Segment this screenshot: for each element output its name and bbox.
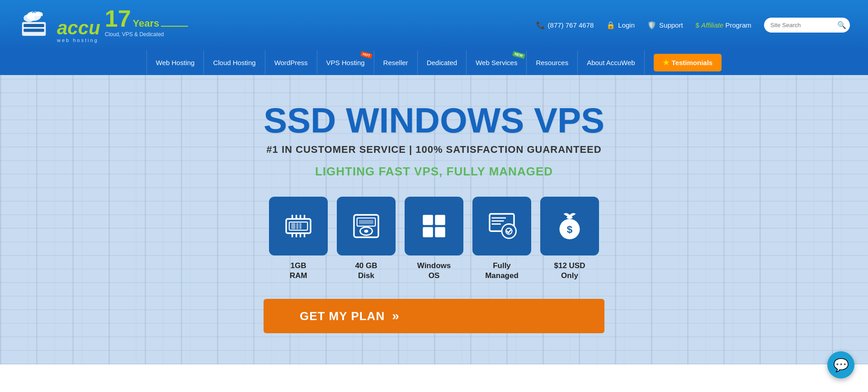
hero-title: SSD WINDOWS VPS: [264, 102, 604, 139]
site-header: accu 17 Years Cloud, VPS & Dedicated web…: [0, 0, 868, 50]
svg-point-20: [364, 230, 368, 233]
svg-rect-26: [435, 227, 445, 237]
phone-link[interactable]: 📞 (877) 767 4678: [536, 21, 594, 29]
search-input[interactable]: [770, 22, 834, 28]
feature-label-price: $12 USDOnly: [554, 261, 585, 281]
feature-label-managed: FullyManaged: [485, 261, 519, 281]
logo-area: accu 17 Years Cloud, VPS & Dedicated web…: [18, 7, 188, 43]
feature-icon-windows: [405, 197, 463, 255]
feature-label-windows: WindowsOS: [417, 261, 451, 281]
nav-item-about[interactable]: About AccuWeb: [578, 51, 644, 75]
svg-rect-17: [299, 223, 302, 229]
nav-testimonials[interactable]: ★ Testimonials: [654, 54, 722, 71]
hero-tagline: LIGHTING FAST VPS, FULLY MANAGED: [264, 165, 604, 179]
svg-text:$: $: [567, 224, 573, 235]
svg-rect-15: [291, 223, 295, 229]
svg-rect-2: [24, 29, 44, 32]
feature-label-ram: 1GBRAM: [290, 261, 307, 281]
hero-content: SSD WINDOWS VPS #1 IN CUSTOMER SERVICE |…: [264, 102, 604, 333]
feature-label-disk: 40 GBDisk: [355, 261, 377, 281]
svg-rect-23: [423, 215, 433, 225]
feature-icon-ram: [269, 197, 328, 255]
logo-brand: accu: [57, 19, 100, 38]
hero-subtitle: #1 IN CUSTOMER SERVICE | 100% SATISFACTI…: [264, 144, 604, 156]
support-link[interactable]: 🛡️ Support: [647, 21, 683, 29]
logo-years: 17 Years Cloud, VPS & Dedicated: [105, 7, 189, 38]
svg-rect-24: [435, 215, 445, 225]
dollar-icon: $: [696, 21, 699, 29]
nav-item-cloud-hosting[interactable]: Cloud Hosting: [204, 51, 265, 75]
nav-item-dedicated[interactable]: Dedicated: [418, 51, 467, 75]
feature-price: $ $12 USDOnly: [540, 197, 599, 281]
new-badge: NEW: [512, 51, 525, 59]
phone-icon: 📞: [536, 21, 545, 29]
search-button[interactable]: 🔍: [837, 21, 846, 29]
cta-button[interactable]: GET MY PLAN »: [264, 299, 604, 333]
login-link[interactable]: 🔒 Login: [606, 21, 635, 29]
hero-section: SSD WINDOWS VPS #1 IN CUSTOMER SERVICE |…: [0, 75, 868, 364]
support-icon: 🛡️: [647, 21, 656, 29]
affiliate-link[interactable]: $ Affiliate Program: [696, 21, 751, 29]
star-icon: ★: [663, 58, 669, 67]
main-nav: Web Hosting Cloud Hosting WordPress VPS …: [0, 50, 868, 75]
feature-icon-managed: [472, 197, 531, 255]
search-box: 🔍: [764, 18, 850, 33]
nav-item-web-services[interactable]: Web Services NEW: [467, 51, 527, 75]
feature-icon-price: $: [540, 197, 599, 255]
logo-text: accu 17 Years Cloud, VPS & Dedicated web…: [57, 7, 188, 43]
feature-ram: 1GBRAM: [269, 197, 328, 281]
logo-icon: [18, 8, 50, 42]
nav-item-reseller[interactable]: Reseller: [374, 51, 418, 75]
hot-badge: HOT: [360, 51, 373, 58]
header-right: 📞 (877) 767 4678 🔒 Login 🛡️ Support $ Af…: [536, 18, 850, 33]
svg-rect-25: [423, 227, 433, 237]
feature-disk: 40 GBDisk: [337, 197, 396, 281]
chat-icon: 💬: [833, 358, 849, 365]
svg-rect-22: [359, 220, 373, 224]
svg-rect-16: [296, 223, 298, 229]
nav-item-resources[interactable]: Resources: [527, 51, 578, 75]
svg-rect-1: [24, 24, 44, 27]
feature-managed: FullyManaged: [472, 197, 531, 281]
nav-item-web-hosting[interactable]: Web Hosting: [146, 51, 204, 75]
nav-item-wordpress[interactable]: WordPress: [265, 51, 317, 75]
feature-windows: WindowsOS: [405, 197, 463, 281]
lock-icon: 🔒: [606, 21, 615, 29]
features-row: 1GBRAM 40 GBDisk: [264, 197, 604, 281]
nav-item-vps-hosting[interactable]: VPS Hosting HOT: [317, 51, 374, 75]
feature-icon-disk: [337, 197, 396, 255]
